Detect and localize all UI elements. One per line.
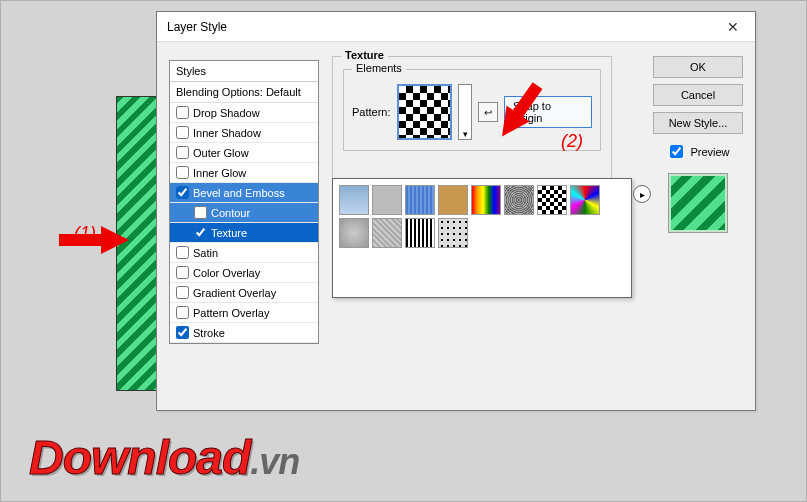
pattern-swatch-item[interactable] [372, 218, 402, 248]
elements-group-label: Elements [352, 62, 406, 74]
pattern-swatch-item[interactable] [405, 185, 435, 215]
dialog-body: Styles Blending Options: Default Drop Sh… [157, 42, 755, 410]
style-item-label: Satin [193, 247, 218, 259]
pattern-swatch-item[interactable] [438, 185, 468, 215]
close-button[interactable]: ✕ [710, 12, 755, 42]
style-item-label: Texture [211, 227, 247, 239]
annotation-label-2: (2) [561, 131, 583, 152]
new-style-button[interactable]: New Style... [653, 112, 743, 134]
ok-button[interactable]: OK [653, 56, 743, 78]
style-item-gradient-overlay[interactable]: Gradient Overlay [170, 283, 318, 303]
style-item-contour[interactable]: Contour [170, 203, 318, 223]
style-item-stroke[interactable]: Stroke [170, 323, 318, 343]
preview-checkbox-row[interactable]: Preview [653, 142, 743, 161]
preview-label: Preview [690, 146, 729, 158]
pattern-picker-flyout-button[interactable]: ▸ [633, 185, 651, 203]
flyout-icon: ▸ [640, 189, 645, 200]
layer-style-dialog: Layer Style ✕ Styles Blending Options: D… [156, 11, 756, 411]
pattern-swatch[interactable] [397, 84, 453, 140]
stroke-checkbox[interactable] [176, 326, 189, 339]
style-item-label: Color Overlay [193, 267, 260, 279]
pattern-swatch-item[interactable] [570, 185, 600, 215]
texture-settings-group: Texture Elements Pattern: ▾ ↩ Snap to Or… [332, 56, 612, 186]
drop-shadow-checkbox[interactable] [176, 106, 189, 119]
style-item-label: Inner Glow [193, 167, 246, 179]
blending-options-item[interactable]: Blending Options: Default [170, 82, 318, 103]
outer-glow-checkbox[interactable] [176, 146, 189, 159]
style-item-label: Pattern Overlay [193, 307, 269, 319]
pattern-swatch-item[interactable] [405, 218, 435, 248]
style-item-bevel-emboss[interactable]: Bevel and Emboss [170, 183, 318, 203]
pattern-dropdown-button[interactable]: ▾ [458, 84, 472, 140]
texture-group-label: Texture [341, 49, 388, 61]
style-item-label: Stroke [193, 327, 225, 339]
pattern-swatch-item[interactable] [372, 185, 402, 215]
style-item-satin[interactable]: Satin [170, 243, 318, 263]
pattern-swatch-item[interactable] [339, 185, 369, 215]
style-item-label: Inner Shadow [193, 127, 261, 139]
satin-checkbox[interactable] [176, 246, 189, 259]
style-item-label: Gradient Overlay [193, 287, 276, 299]
pattern-swatch-grid [339, 185, 625, 248]
close-icon: ✕ [727, 19, 739, 35]
style-item-inner-shadow[interactable]: Inner Shadow [170, 123, 318, 143]
gradient-overlay-checkbox[interactable] [176, 286, 189, 299]
bevel-emboss-checkbox[interactable] [176, 186, 189, 199]
pattern-swatch-item[interactable] [537, 185, 567, 215]
logo-main: Download [29, 431, 250, 484]
styles-list-header[interactable]: Styles [170, 61, 318, 82]
style-item-label: Contour [211, 207, 250, 219]
pattern-row: Pattern: ▾ ↩ Snap to Origin [352, 84, 592, 140]
style-item-label: Outer Glow [193, 147, 249, 159]
pattern-swatch-item[interactable] [339, 218, 369, 248]
contour-checkbox[interactable] [194, 206, 207, 219]
pattern-swatch-item[interactable] [438, 218, 468, 248]
texture-checkbox[interactable] [194, 226, 207, 239]
style-item-inner-glow[interactable]: Inner Glow [170, 163, 318, 183]
chevron-down-icon: ▾ [463, 129, 468, 139]
dialog-title: Layer Style [167, 20, 227, 34]
snap-to-origin-button[interactable]: Snap to Origin [504, 96, 592, 128]
pattern-swatch-item[interactable] [471, 185, 501, 215]
pattern-picker-popup: ▸ [332, 178, 632, 298]
style-item-texture[interactable]: Texture [170, 223, 318, 243]
swap-icon: ↩ [484, 107, 492, 118]
color-overlay-checkbox[interactable] [176, 266, 189, 279]
logo-tld: .vn [250, 441, 299, 482]
preview-thumbnail [668, 173, 728, 233]
style-item-color-overlay[interactable]: Color Overlay [170, 263, 318, 283]
style-item-pattern-overlay[interactable]: Pattern Overlay [170, 303, 318, 323]
style-item-label: Bevel and Emboss [193, 187, 285, 199]
style-item-outer-glow[interactable]: Outer Glow [170, 143, 318, 163]
pattern-swatch-item[interactable] [504, 185, 534, 215]
watermark-logo: Download.vn [29, 430, 299, 485]
preview-checkbox[interactable] [670, 145, 683, 158]
styles-list-panel: Styles Blending Options: Default Drop Sh… [169, 60, 319, 344]
snap-icon-button[interactable]: ↩ [478, 102, 498, 122]
style-item-label: Drop Shadow [193, 107, 260, 119]
annotation-label-1: (1) [74, 223, 96, 244]
style-item-drop-shadow[interactable]: Drop Shadow [170, 103, 318, 123]
inner-glow-checkbox[interactable] [176, 166, 189, 179]
pattern-label: Pattern: [352, 106, 391, 118]
dialog-titlebar: Layer Style ✕ [157, 12, 755, 42]
inner-shadow-checkbox[interactable] [176, 126, 189, 139]
dialog-right-column: OK Cancel New Style... Preview [653, 56, 743, 233]
pattern-overlay-checkbox[interactable] [176, 306, 189, 319]
cancel-button[interactable]: Cancel [653, 84, 743, 106]
